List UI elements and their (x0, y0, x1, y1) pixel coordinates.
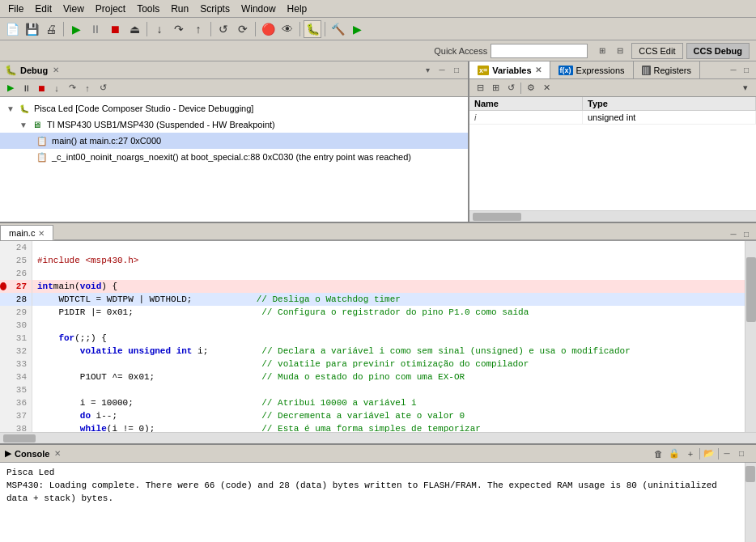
console-minimize-btn[interactable]: ─ (720, 448, 733, 459)
debug-frame1-icon: 📋 (36, 134, 49, 147)
editor-scrollbar-h[interactable] (0, 432, 756, 443)
debug-resume-btn[interactable]: ▶ (3, 81, 18, 95)
debug-step-in-btn[interactable]: ↓ (49, 81, 64, 95)
vars-menu-btn[interactable]: ▾ (738, 81, 753, 95)
console-new-btn[interactable]: + (683, 447, 698, 461)
quick-access-label: Quick Access (434, 46, 487, 56)
console-scrollbar[interactable] (745, 463, 756, 542)
menu-window[interactable]: Window (236, 2, 281, 16)
code-33: // volatile para previnir otimização do … (32, 358, 745, 371)
editor-panel: main.c ✕ ─ □ 24 25 26 27 28 29 30 31 (0, 223, 756, 445)
vars-settings-btn[interactable]: ⚙ (524, 81, 538, 95)
debug-pause-btn[interactable]: ⏸ (19, 81, 33, 95)
console-message: MSP430: Loading complete. There were 66 … (6, 479, 738, 505)
menu-scripts[interactable]: Scripts (195, 2, 235, 16)
vars-collapse-all-btn[interactable]: ⊟ (473, 81, 487, 95)
editor-tab-close[interactable]: ✕ (38, 229, 45, 238)
ln-38: 38 (0, 422, 32, 432)
vars-tab-icon: x= (478, 66, 489, 75)
build-button[interactable]: 🔨 (329, 20, 346, 38)
vars-remove-btn[interactable]: ✕ (539, 81, 554, 95)
console-tab-close[interactable]: ✕ (54, 449, 61, 458)
vars-maximize-btn[interactable]: □ (740, 65, 753, 76)
resume-button[interactable]: ▶ (67, 20, 85, 38)
step-into-button[interactable]: ↓ (151, 20, 168, 38)
watch-button[interactable]: 👁 (278, 20, 296, 38)
menu-edit[interactable]: Edit (30, 2, 57, 16)
ln-31: 31 (0, 332, 32, 345)
debug-maximize-button[interactable]: □ (450, 65, 463, 76)
console-panel-controls: 🗑 🔒 + 📂 ─ □ (648, 447, 751, 461)
vars-row-i[interactable]: i unsigned int (469, 111, 756, 125)
debug-panel-controls: ▾ ─ □ (421, 65, 463, 76)
console-content[interactable]: Pisca Led MSP430: Loading complete. Ther… (0, 463, 745, 542)
vars-table: Name Type i unsigned int (469, 97, 756, 210)
ln-26: 26 (0, 267, 32, 280)
console-clear-btn[interactable]: 🗑 (651, 447, 665, 461)
code-37: do i--; // Decrementa a variável ate o v… (32, 409, 745, 422)
debug-reset-btn[interactable]: ↺ (96, 81, 110, 95)
new-button[interactable]: 📄 (3, 20, 21, 38)
debug-frame1-item[interactable]: 📋 main() at main.c:27 0xC000 (0, 133, 468, 149)
debug-cpu-item[interactable]: ▼ 🖥 TI MSP430 USB1/MSP430 (Suspended - H… (0, 116, 468, 133)
run-button[interactable]: ▶ (348, 20, 366, 38)
step-over-button[interactable]: ↷ (170, 20, 188, 38)
debug-launch-button[interactable]: 🐛 (304, 20, 321, 38)
vars-expand-btn[interactable]: ⊞ (488, 81, 503, 95)
open-perspective-button[interactable]: ⊞ (594, 43, 610, 59)
debug-frame2-item[interactable]: 📋 _c_int00_noinit_noargs_noexit() at boo… (0, 149, 468, 165)
ln-37: 37 (0, 409, 32, 422)
console-maximize-btn[interactable]: □ (735, 448, 748, 459)
tab-variables[interactable]: x= Variables ✕ (469, 61, 550, 78)
pause-button[interactable]: ⏸ (87, 20, 104, 38)
editor-scrollbar-v[interactable] (745, 241, 756, 432)
save-perspective-button[interactable]: ⊟ (612, 43, 628, 59)
ccs-debug-button[interactable]: CCS Debug (686, 43, 750, 59)
sep3 (210, 22, 211, 36)
menu-run[interactable]: Run (166, 2, 193, 16)
code-area[interactable]: #include <msp430.h> int main(void) { WDT… (32, 241, 745, 432)
ln-35: 35 (0, 383, 32, 396)
menu-file[interactable]: File (3, 2, 28, 16)
debug-minimize-button[interactable]: ─ (435, 65, 448, 76)
step-return-button[interactable]: ↑ (189, 20, 207, 38)
main-container: 🐛 Debug ✕ ▾ ─ □ ▶ ⏸ ⏹ ↓ ↷ ↑ ↺ (0, 61, 756, 542)
debug-stop-btn[interactable]: ⏹ (34, 81, 49, 95)
debug-menu-button[interactable]: ▾ (421, 65, 434, 76)
variables-panel: x= Variables ✕ f(x) Expressions ||| Regi… (469, 61, 756, 222)
editor-outer: 24 25 26 27 28 29 30 31 32 33 34 35 36 3… (0, 241, 756, 432)
menu-view[interactable]: View (58, 2, 89, 16)
quick-access-input[interactable] (491, 44, 588, 58)
console-open-btn[interactable]: 📂 (702, 447, 716, 461)
debug-toolbar: ▶ ⏸ ⏹ ↓ ↷ ↑ ↺ (0, 79, 468, 97)
print-button[interactable]: 🖨 (42, 20, 60, 38)
tab-registers[interactable]: ||| Registers (634, 61, 700, 78)
editor-minimize-btn[interactable]: ─ (727, 228, 740, 239)
menu-tools[interactable]: Tools (132, 2, 164, 16)
debug-session-label: Pisca Led [Code Composer Studio - Device… (34, 104, 253, 113)
editor-tab-main[interactable]: main.c ✕ (0, 225, 53, 240)
code-29: P1DIR |= 0x01; // Configura o registrado… (32, 306, 745, 319)
restart-button[interactable]: ⟳ (234, 20, 252, 38)
editor-maximize-btn[interactable]: □ (740, 228, 753, 239)
stop-button[interactable]: ⏹ (106, 20, 124, 38)
debug-step-ret-btn[interactable]: ↑ (80, 81, 95, 95)
save-button[interactable]: 💾 (23, 20, 40, 38)
vars-scrollbar-h[interactable] (469, 210, 756, 222)
breakpoints-button[interactable]: 🔴 (259, 20, 277, 38)
sep6 (325, 22, 325, 36)
sep5 (299, 22, 300, 36)
vars-minimize-btn[interactable]: ─ (727, 65, 740, 76)
ccs-edit-button[interactable]: CCS Edit (631, 43, 682, 59)
menu-project[interactable]: Project (91, 2, 130, 16)
vars-refresh-btn[interactable]: ↺ (503, 81, 518, 95)
vars-tab-close[interactable]: ✕ (535, 66, 542, 74)
debug-session-item[interactable]: ▼ 🐛 Pisca Led [Code Composer Studio - De… (0, 100, 468, 116)
tab-expressions[interactable]: f(x) Expressions (550, 61, 634, 78)
console-program-name: Pisca Led (6, 466, 738, 479)
reset-button[interactable]: ↺ (214, 20, 232, 38)
disconnect-button[interactable]: ⏏ (125, 20, 143, 38)
console-scroll-lock-btn[interactable]: 🔒 (667, 447, 682, 461)
debug-step-over-btn[interactable]: ↷ (65, 81, 79, 95)
menu-help[interactable]: Help (282, 2, 312, 16)
